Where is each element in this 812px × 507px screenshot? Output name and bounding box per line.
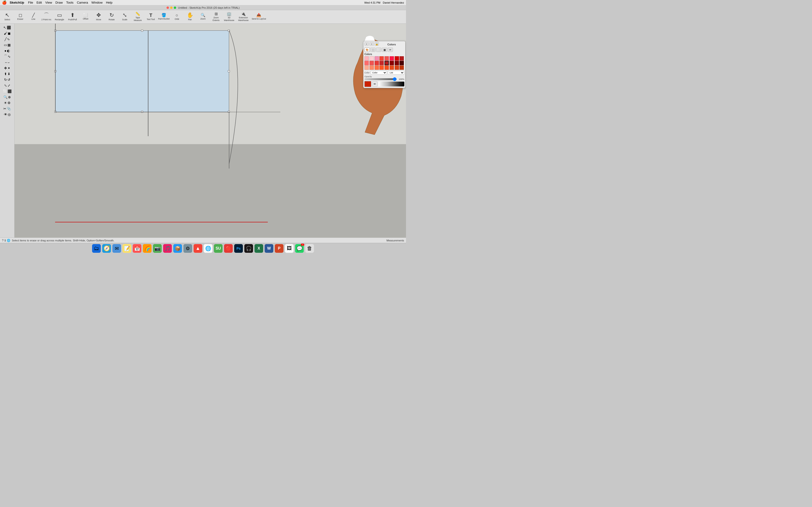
color-cell[interactable] bbox=[364, 56, 369, 61]
sidebar-tool-pushpull[interactable]: ⬆ ⬇ bbox=[0, 71, 14, 77]
color-cell[interactable] bbox=[374, 65, 379, 70]
tool-orbit[interactable]: ○ Orbit bbox=[170, 11, 183, 23]
tab-palette[interactable]: ⬜ bbox=[376, 48, 382, 52]
canvas-area[interactable] bbox=[14, 24, 406, 243]
dock-sketchup[interactable]: SU bbox=[214, 244, 223, 253]
panel-lock-btn[interactable]: 🔒 bbox=[374, 42, 379, 46]
eyedropper-button[interactable]: ✏ bbox=[372, 81, 377, 87]
handle-tr[interactable] bbox=[228, 30, 230, 32]
color-cell[interactable] bbox=[385, 56, 389, 61]
apple-menu[interactable]: 🍎 bbox=[2, 0, 7, 5]
menu-file[interactable]: File bbox=[28, 1, 33, 4]
tool-rectangle[interactable]: ▭ Rectangle bbox=[53, 11, 66, 23]
dock-mail[interactable]: ✉ bbox=[112, 244, 121, 253]
color-cell[interactable] bbox=[390, 65, 394, 70]
panel-next-btn[interactable]: › bbox=[369, 42, 374, 46]
tool-extwarehouse[interactable]: 🔌 Extension Warehouse bbox=[236, 11, 251, 23]
sidebar-tool-rotate[interactable]: ↻ ↺ bbox=[0, 77, 14, 82]
tool-zoom[interactable]: 🔍 Zoom bbox=[197, 11, 209, 23]
tool-pan[interactable]: ✋ Pan bbox=[184, 11, 196, 23]
dock-powerpoint[interactable]: P bbox=[274, 244, 284, 253]
tool-paintbucket[interactable]: 🪣 Paint Bucket bbox=[158, 11, 170, 23]
tool-select[interactable]: ↖ Select bbox=[1, 11, 13, 23]
sidebar-tool-line[interactable]: ╱ ∿ bbox=[0, 36, 14, 42]
dock-chrome[interactable]: 🌐 bbox=[203, 244, 213, 253]
color-cell[interactable] bbox=[369, 61, 374, 65]
color-cell[interactable] bbox=[374, 56, 379, 61]
color-cell[interactable] bbox=[400, 65, 404, 70]
tool-line[interactable]: ╱ Line bbox=[27, 11, 40, 23]
sidebar-tool-freehand[interactable]: ⌢ ⌣ bbox=[0, 59, 14, 65]
color-cell[interactable] bbox=[379, 56, 384, 61]
dock-calendar[interactable]: 📅 bbox=[133, 244, 142, 253]
dock-artstudio[interactable]: ▲ bbox=[193, 244, 203, 253]
dock-spotify[interactable]: 🎧 bbox=[244, 244, 253, 253]
tool-warehouse3d[interactable]: 🏢 3D Warehouse bbox=[223, 11, 236, 23]
sidebar-tool-search[interactable]: 🔍 ⊕ bbox=[0, 94, 14, 100]
color-cell[interactable] bbox=[379, 65, 384, 70]
handle-bc[interactable] bbox=[141, 111, 143, 113]
dock-trash[interactable]: 🗑 bbox=[305, 244, 314, 253]
color-cell[interactable] bbox=[369, 56, 374, 61]
tool-arc[interactable]: ⌒ 2 Point Arc bbox=[40, 11, 53, 23]
tool-rotate[interactable]: ↻ Rotate bbox=[105, 11, 118, 23]
color-cell[interactable] bbox=[364, 65, 369, 70]
main-rectangle[interactable] bbox=[55, 31, 229, 112]
dock-safari[interactable]: 🧭 bbox=[102, 244, 111, 253]
color-preview-swatch[interactable] bbox=[364, 81, 371, 87]
status-globe-icon[interactable]: 🌐 bbox=[7, 239, 10, 242]
dock-systemprefs[interactable]: ⚙ bbox=[183, 244, 192, 253]
tab-wheel[interactable]: 🎨 bbox=[364, 48, 370, 52]
close-button[interactable] bbox=[166, 6, 169, 9]
menu-edit[interactable]: Edit bbox=[37, 1, 42, 4]
sidebar-tool-walk[interactable]: ☀ ⚙ bbox=[0, 100, 14, 106]
color-cell[interactable] bbox=[379, 61, 384, 65]
color-cell[interactable] bbox=[400, 61, 404, 65]
color-type-select[interactable]: Color bbox=[371, 71, 387, 74]
dock-whatsapp[interactable]: 💬 3 bbox=[295, 244, 304, 253]
zoom-button[interactable] bbox=[174, 6, 176, 9]
status-help-icon[interactable]: ? bbox=[2, 239, 4, 242]
dock-photos2[interactable]: 🖼 bbox=[285, 244, 294, 253]
color-cell[interactable] bbox=[390, 56, 394, 61]
dock-notes[interactable]: 📝 bbox=[122, 244, 132, 253]
dock-excel[interactable]: X bbox=[254, 244, 263, 253]
menu-help[interactable]: Help bbox=[106, 1, 112, 4]
sidebar-tool-select[interactable]: ↖ ⬛ bbox=[0, 24, 14, 31]
sidebar-tool-offset[interactable]: ⬜ ⬛ bbox=[0, 89, 14, 94]
tab-sliders[interactable]: ⬚ bbox=[370, 48, 375, 52]
minimize-button[interactable] bbox=[170, 6, 172, 9]
panel-prev-btn[interactable]: ‹ bbox=[364, 42, 369, 46]
menu-view[interactable]: View bbox=[45, 1, 52, 4]
tool-move[interactable]: ✥ Move bbox=[92, 11, 105, 23]
color-cell[interactable] bbox=[369, 65, 374, 70]
tab-image[interactable]: ▦ bbox=[382, 48, 387, 52]
dock-finder[interactable]: 🗂 bbox=[92, 244, 101, 253]
menu-draw[interactable]: Draw bbox=[55, 1, 63, 4]
color-list-select[interactable]: List bbox=[388, 71, 404, 74]
color-cell[interactable] bbox=[390, 61, 394, 65]
color-cell[interactable] bbox=[385, 65, 389, 70]
dock-artrage[interactable]: 🔴 bbox=[224, 244, 233, 253]
menu-camera[interactable]: Camera bbox=[77, 1, 88, 4]
color-cell[interactable] bbox=[395, 56, 399, 61]
menu-window[interactable]: Window bbox=[91, 1, 102, 4]
tab-crayons[interactable]: ✏ bbox=[388, 48, 393, 52]
tool-sendtolayout[interactable]: 📤 Send to LayOut bbox=[251, 11, 266, 23]
sidebar-tool-paint[interactable]: 🖌 ◼ bbox=[0, 31, 14, 36]
tool-scale[interactable]: ⤡ Scale bbox=[118, 11, 131, 23]
tool-tapemeasure[interactable]: 📏 Tape Measure bbox=[132, 11, 144, 23]
dock-photoshop[interactable]: Ps bbox=[234, 244, 243, 253]
color-cell[interactable] bbox=[374, 61, 379, 65]
dock-appstore[interactable]: 📦 bbox=[173, 244, 182, 253]
handle-tc[interactable] bbox=[141, 30, 143, 32]
menu-tools[interactable]: Tools bbox=[66, 1, 73, 4]
app-name[interactable]: SketchUp bbox=[10, 1, 24, 4]
sidebar-tool-section[interactable]: ✂ 📎 bbox=[0, 106, 14, 112]
dock-photos[interactable]: 🌈 bbox=[143, 244, 152, 253]
sidebar-tool-move[interactable]: ✥ ✦ bbox=[0, 65, 14, 71]
sidebar-tool-eye[interactable]: 👁 ◎ bbox=[0, 112, 14, 117]
opacity-slider[interactable] bbox=[364, 78, 397, 80]
handle-br[interactable] bbox=[228, 111, 230, 113]
color-cell[interactable] bbox=[364, 61, 369, 65]
